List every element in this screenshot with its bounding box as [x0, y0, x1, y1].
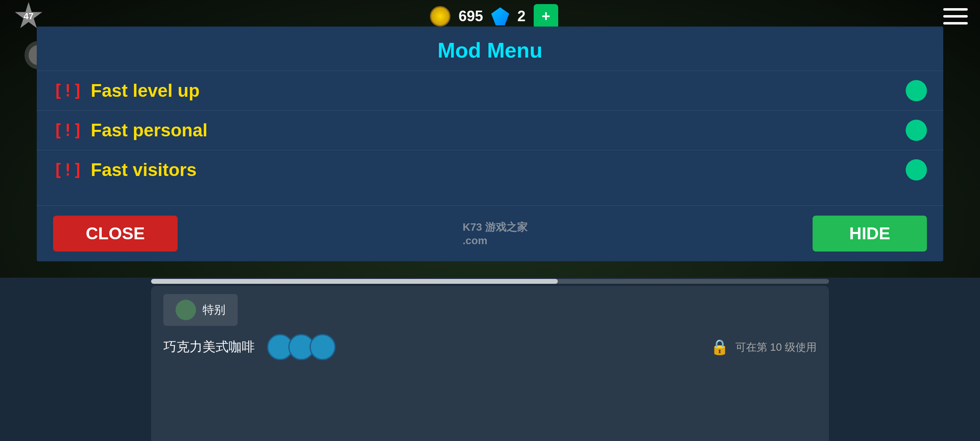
mod-menu-modal: Mod Menu [!] Fast level up [!] Fast pers… [37, 27, 943, 261]
warning-badge-fast-level-up: [!] [53, 81, 82, 100]
modal-footer: CLOSE K73 游戏之家.com HIDE [37, 205, 943, 261]
bottom-content: 特别 巧克力美式咖啡 🔒 可在第 10 级使用 [0, 278, 980, 441]
modal-header: Mod Menu [37, 27, 943, 71]
menu-item-label-fast-level-up: Fast level up [91, 80, 200, 101]
product-info: 巧克力美式咖啡 🔒 可在第 10 级使用 [163, 334, 817, 360]
toggle-fast-personal[interactable] [906, 120, 927, 141]
modal-body: [!] Fast level up [!] Fast personal [!] … [37, 71, 943, 205]
modal-title: Mod Menu [437, 38, 542, 62]
hide-button[interactable]: HIDE [813, 216, 927, 252]
menu-icon-line1 [943, 8, 968, 11]
top-bar-right [943, 6, 968, 27]
tab-row: 特别 [163, 294, 817, 326]
menu-item-left-fast-level-up: [!] Fast level up [53, 80, 200, 101]
gem-value: 2 [517, 8, 526, 25]
coin-value: 695 [459, 8, 483, 25]
top-bar-center: 695 2 + [430, 4, 558, 29]
menu-icon-line3 [943, 22, 968, 24]
warning-badge-fast-personal: [!] [53, 121, 82, 140]
bottom-panel: 特别 巧克力美式咖啡 🔒 可在第 10 级使用 [151, 286, 829, 441]
star-level: 47 [24, 11, 33, 22]
menu-item-fast-visitors[interactable]: [!] Fast visitors [37, 150, 943, 189]
avatar-3 [310, 334, 336, 360]
menu-item-left-fast-visitors: [!] Fast visitors [53, 160, 196, 180]
menu-item-label-fast-visitors: Fast visitors [91, 160, 196, 180]
tab-special[interactable]: 特别 [163, 294, 238, 326]
lock-icon: 🔒 [710, 339, 729, 356]
close-button[interactable]: CLOSE [53, 216, 178, 252]
toggle-fast-level-up[interactable] [906, 80, 927, 101]
coin-icon [430, 6, 450, 27]
gem-icon [491, 7, 509, 25]
menu-item-left-fast-personal: [!] Fast personal [53, 120, 207, 140]
lock-section: 🔒 可在第 10 级使用 [710, 339, 817, 356]
menu-item-fast-personal[interactable]: [!] Fast personal [37, 110, 943, 150]
tab-special-icon [176, 300, 196, 320]
scroll-bar[interactable] [151, 279, 829, 284]
toggle-fast-visitors[interactable] [906, 159, 927, 180]
menu-button[interactable] [943, 6, 968, 27]
warning-badge-fast-visitors: [!] [53, 160, 82, 179]
add-currency-button[interactable]: + [534, 4, 558, 29]
product-name: 巧克力美式咖啡 [163, 338, 255, 356]
menu-item-fast-level-up[interactable]: [!] Fast level up [37, 71, 943, 110]
menu-icon-line2 [943, 15, 968, 18]
scroll-bar-thumb [151, 279, 558, 284]
menu-item-label-fast-personal: Fast personal [91, 120, 207, 140]
lock-text: 可在第 10 级使用 [735, 340, 817, 354]
avatar-circles [267, 334, 336, 360]
plus-icon: + [542, 9, 550, 24]
watermark: K73 游戏之家.com [463, 220, 528, 247]
tab-special-label: 特别 [203, 302, 225, 318]
